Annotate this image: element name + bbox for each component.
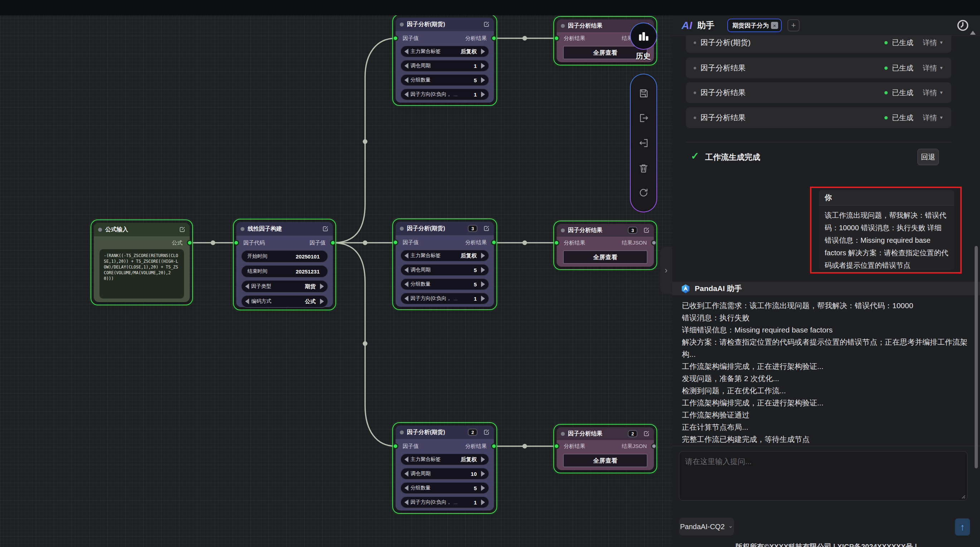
history-clock-button[interactable] xyxy=(956,19,969,32)
workflow-node-row[interactable]: 因子分析结果 已生成 详情 ▼ xyxy=(686,107,951,128)
step-left-icon[interactable] xyxy=(245,298,249,304)
output-port[interactable] xyxy=(651,443,657,449)
edit-icon[interactable] xyxy=(322,225,329,232)
conversation-tab[interactable]: 期货因子分为有哪... × xyxy=(727,19,782,32)
node-linear-factor[interactable]: 线性因子构建 因子代码 因子值 开始时间 20250101 结束时间 20251… xyxy=(236,222,333,307)
input-port[interactable] xyxy=(233,240,239,246)
node-formula-input[interactable]: 公式输入 公式 -(RANK((-TS_ZSCORE(RETURNS(CLOSE… xyxy=(94,223,190,302)
param-group-count[interactable]: 分组数量 5 xyxy=(400,482,489,494)
delete-button[interactable] xyxy=(638,162,650,174)
param-rebalance-period[interactable]: 调仓周期 5 xyxy=(400,264,489,276)
param-factor-type[interactable]: 因子类型 期货 xyxy=(241,280,328,293)
param-group-count[interactable]: 分组数量 5 xyxy=(400,74,489,86)
close-icon[interactable]: × xyxy=(771,22,778,29)
param-end-date[interactable]: 结束时间 20251231 xyxy=(241,265,328,278)
step-left-icon[interactable] xyxy=(404,92,408,97)
output-port[interactable] xyxy=(491,443,497,449)
fullscreen-view-button[interactable]: 全屏查看 xyxy=(563,46,648,59)
param-start-date[interactable]: 开始时间 20250101 xyxy=(241,250,328,263)
node-header[interactable]: 因子分析结果 2 xyxy=(557,427,654,440)
param-agg-label[interactable]: 主力聚合标签 后复权 xyxy=(400,249,489,262)
edit-icon[interactable] xyxy=(483,21,490,27)
step-right-icon[interactable] xyxy=(481,281,485,287)
detail-toggle[interactable]: 详情 ▼ xyxy=(923,88,943,98)
workflow-node-row[interactable]: 因子分析结果 已生成 详情 ▼ xyxy=(686,57,951,78)
param-factor-direction[interactable]: 因子方向(0:负向， ... 1 xyxy=(400,292,489,304)
detail-toggle[interactable]: 详情 ▼ xyxy=(923,63,943,73)
edit-icon[interactable] xyxy=(179,226,185,233)
step-right-icon[interactable] xyxy=(481,92,485,97)
resize-handle-icon[interactable] xyxy=(960,493,966,499)
step-left-icon[interactable] xyxy=(404,457,408,462)
output-port[interactable] xyxy=(491,239,497,245)
refresh-button[interactable] xyxy=(638,187,650,199)
step-right-icon[interactable] xyxy=(481,471,485,477)
step-left-icon[interactable] xyxy=(404,267,408,273)
step-left-icon[interactable] xyxy=(404,281,408,287)
scrollbar-thumb[interactable] xyxy=(975,246,978,468)
history-button[interactable] xyxy=(630,22,657,50)
param-group-count[interactable]: 分组数量 5 xyxy=(400,278,489,290)
step-left-icon[interactable] xyxy=(404,49,408,54)
step-right-icon[interactable] xyxy=(481,485,485,491)
edit-icon[interactable] xyxy=(643,430,650,437)
node-factor-analysis-top[interactable]: 因子分析(期货) 因子值 分析结果 主力聚合标签 后复权 xyxy=(396,17,494,103)
edit-icon[interactable] xyxy=(483,429,490,436)
node-analysis-result-bottom[interactable]: 因子分析结果 2 分析结果 结果JSON 全屏查看 xyxy=(557,427,654,470)
fullscreen-view-button[interactable]: 全屏查看 xyxy=(563,250,648,264)
step-right-icon[interactable] xyxy=(481,63,485,69)
node-header[interactable]: 因子分析(期货) 3 xyxy=(396,222,494,235)
detail-toggle[interactable]: 详情 ▼ xyxy=(923,38,943,48)
workflow-node-row[interactable]: 因子分析结果 已生成 详情 ▼ xyxy=(686,82,951,103)
step-left-icon[interactable] xyxy=(404,253,408,258)
step-left-icon[interactable] xyxy=(404,485,408,491)
node-header[interactable]: 因子分析(期货) 2 xyxy=(396,425,494,439)
input-port[interactable] xyxy=(554,35,560,41)
step-left-icon[interactable] xyxy=(404,63,408,69)
param-agg-label[interactable]: 主力聚合标签 后复权 xyxy=(400,453,489,466)
input-port[interactable] xyxy=(554,240,560,246)
new-tab-button[interactable]: + xyxy=(788,19,800,32)
node-header[interactable]: 公式输入 xyxy=(94,223,190,236)
step-right-icon[interactable] xyxy=(481,77,485,83)
step-right-icon[interactable] xyxy=(481,49,485,54)
import-button[interactable] xyxy=(638,137,650,149)
param-rebalance-period[interactable]: 调仓周期 10 xyxy=(400,468,489,480)
param-rebalance-period[interactable]: 调仓周期 1 xyxy=(400,60,489,72)
output-port[interactable] xyxy=(330,240,336,246)
step-right-icon[interactable] xyxy=(320,298,324,304)
param-factor-direction[interactable]: 因子方向(0:负向， ... 1 xyxy=(400,496,489,508)
model-selector[interactable]: PandaAI-CQ2 ⌄ xyxy=(679,518,734,536)
input-port[interactable] xyxy=(554,443,560,449)
save-button[interactable] xyxy=(638,87,650,99)
node-header[interactable]: 因子分析结果 3 xyxy=(557,224,654,237)
step-right-icon[interactable] xyxy=(481,499,485,505)
step-right-icon[interactable] xyxy=(481,253,485,258)
workflow-canvas[interactable]: 公式输入 公式 -(RANK((-TS_ZSCORE(RETURNS(CLOSE… xyxy=(0,0,672,547)
node-factor-analysis-mid[interactable]: 因子分析(期货) 3 因子值 分析结果 主力聚合标签 后复权 xyxy=(396,222,494,307)
edit-icon[interactable] xyxy=(483,225,490,231)
input-port[interactable] xyxy=(393,35,398,41)
step-left-icon[interactable] xyxy=(404,499,408,505)
rollback-button[interactable]: 回退 xyxy=(917,149,939,165)
step-right-icon[interactable] xyxy=(481,267,485,273)
send-button[interactable]: ↑ xyxy=(955,518,970,536)
node-factor-analysis-bottom[interactable]: 因子分析(期货) 2 因子值 分析结果 主力聚合标签 后复权 xyxy=(396,425,494,511)
node-header[interactable]: 线性因子构建 xyxy=(236,222,333,236)
export-button[interactable] xyxy=(638,112,650,124)
param-factor-direction[interactable]: 因子方向(0:负向， ... 1 xyxy=(400,88,489,100)
step-left-icon[interactable] xyxy=(404,77,408,83)
detail-toggle[interactable]: 详情 ▼ xyxy=(923,113,943,123)
step-right-icon[interactable] xyxy=(320,284,324,289)
output-port[interactable] xyxy=(651,240,657,246)
prompt-input[interactable] xyxy=(679,451,967,501)
formula-code[interactable]: -(RANK((-TS_ZSCORE(RETURNS(CLOSE,1),20))… xyxy=(100,249,184,298)
input-port[interactable] xyxy=(393,239,398,245)
scrollbar-up-arrow[interactable] xyxy=(970,31,976,35)
input-port[interactable] xyxy=(393,443,398,449)
param-encode-mode[interactable]: 编码方式 公式 xyxy=(241,295,328,308)
node-header[interactable]: 因子分析(期货) xyxy=(396,17,494,31)
node-analysis-result-mid[interactable]: 因子分析结果 3 分析结果 结果JSON 全屏查看 xyxy=(557,224,654,267)
step-right-icon[interactable] xyxy=(481,457,485,462)
edit-icon[interactable] xyxy=(643,227,650,233)
